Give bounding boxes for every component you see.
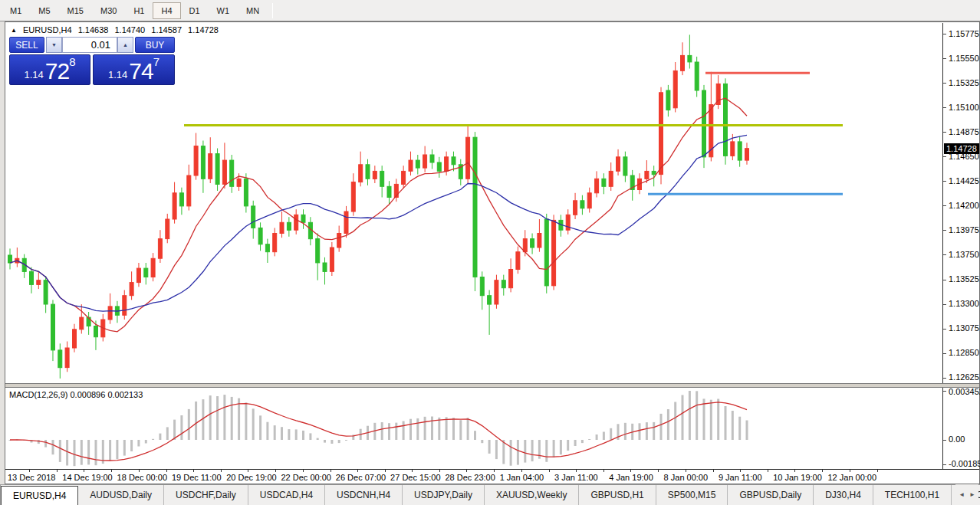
- timeframe-m15[interactable]: M15: [59, 2, 92, 19]
- buy-button[interactable]: BUY: [135, 37, 175, 53]
- time-tick: [221, 470, 222, 472]
- volume-decrease-button[interactable]: ▼: [46, 37, 62, 53]
- time-tick: [822, 470, 823, 472]
- tab-xauusd-weekly[interactable]: XAUUSD,Weekly: [485, 485, 579, 505]
- time-tick-label: 26 Dec 07:00: [336, 473, 386, 482]
- tab-audusd-daily[interactable]: AUDUSD,Daily: [78, 485, 164, 505]
- timeframe-h4[interactable]: H4: [153, 2, 180, 19]
- time-tick-label: 13 Dec 2018: [8, 473, 55, 482]
- timeframe-d1[interactable]: D1: [181, 2, 209, 19]
- price-tick: [943, 304, 946, 305]
- time-tick-label: 8 Jan 00:00: [664, 473, 709, 482]
- panel-divider[interactable]: [5, 383, 979, 388]
- time-tick: [877, 470, 878, 472]
- sell-price-main: 1.14: [24, 67, 43, 82]
- tab-usdjpy-daily[interactable]: USDJPY,Daily: [403, 485, 485, 505]
- ohlc-close: 1.14728: [188, 25, 219, 34]
- tab-tech100-h1[interactable]: TECH100,H1: [873, 485, 952, 505]
- sell-button[interactable]: SELL: [9, 37, 44, 53]
- price-tick-label: 1.13300: [949, 299, 979, 308]
- timeframe-toolbar: M1M5M15M30H1H4D1W1MN: [0, 0, 980, 21]
- one-click-trading-panel: SELL ▼ ▲ BUY 1.14 72 8 1.14 74 7: [9, 37, 176, 85]
- time-tick: [794, 470, 795, 472]
- current-price-badge: 1.14728: [944, 143, 979, 154]
- time-tick-label: 28 Dec 23:00: [445, 473, 495, 482]
- volume-input[interactable]: [62, 37, 117, 53]
- tab-sp500-m15[interactable]: SP500,M15: [656, 485, 728, 505]
- tab-usdchf-daily[interactable]: USDCHF,Daily: [164, 485, 248, 505]
- timeframe-w1[interactable]: W1: [209, 2, 238, 19]
- time-tick: [439, 470, 440, 472]
- buy-price-main: 1.14: [108, 67, 127, 82]
- price-tick-label: 1.15775: [949, 29, 979, 38]
- price-tick: [943, 205, 946, 206]
- timeframe-m30[interactable]: M30: [92, 2, 125, 19]
- volume-increase-button[interactable]: ▲: [117, 37, 133, 53]
- price-tick: [943, 378, 946, 379]
- time-tick: [357, 470, 358, 472]
- tabbar-scroll-controls: ◄ ►: [955, 484, 978, 505]
- timeframe-h1[interactable]: H1: [125, 2, 153, 19]
- price-tick: [943, 34, 946, 34]
- time-tick: [603, 470, 604, 472]
- timeframe-m1[interactable]: M1: [2, 2, 30, 19]
- tab-gbpusd-h1[interactable]: GBPUSD,H1: [579, 485, 656, 505]
- tabs-scroll-left-icon[interactable]: ◄: [959, 491, 965, 498]
- macd-axis-min: -0.001851: [949, 459, 980, 468]
- time-axis[interactable]: 13 Dec 201814 Dec 19:0018 Dec 00:0019 De…: [5, 469, 979, 484]
- price-tick-label: 1.12850: [949, 348, 979, 357]
- macd-axis-zero: 0.00: [949, 434, 965, 444]
- ohlc-high: 1.14740: [114, 25, 145, 34]
- time-tick: [248, 470, 248, 472]
- tab-dj30-h4[interactable]: DJ30,H4: [814, 485, 873, 505]
- tab-eurusd-h4[interactable]: EURUSD,H4: [1, 486, 78, 505]
- tab-gbpusd-daily[interactable]: GBPUSD,Daily: [728, 485, 814, 505]
- time-tick: [166, 470, 167, 472]
- timeframe-mn[interactable]: MN: [238, 2, 268, 19]
- collapse-panel-icon[interactable]: ▲: [11, 27, 17, 34]
- time-tick-label: 10 Jan 19:00: [773, 473, 822, 482]
- price-tick: [943, 254, 946, 255]
- sell-price-display[interactable]: 1.14 72 8: [9, 54, 90, 85]
- sell-price-point: 8: [69, 57, 75, 67]
- time-tick-label: 14 Dec 19:00: [62, 473, 112, 482]
- time-tick: [84, 470, 84, 472]
- time-tick: [139, 470, 140, 472]
- price-tick-label: 1.13750: [949, 250, 979, 259]
- price-tick-label: 1.14875: [949, 127, 979, 136]
- time-tick-label: 18 Dec 00:00: [117, 473, 167, 482]
- price-tick: [943, 132, 946, 133]
- timeframe-m5[interactable]: M5: [30, 2, 58, 19]
- macd-canvas[interactable]: [6, 388, 942, 469]
- time-tick: [630, 470, 631, 472]
- price-tick: [943, 58, 946, 59]
- time-tick: [686, 470, 686, 472]
- ohlc-open: 1.14638: [78, 25, 109, 34]
- buy-price-display[interactable]: 1.14 74 7: [93, 54, 175, 85]
- tab-usdcad-h4[interactable]: USDCAD,H4: [248, 485, 325, 505]
- macd-indicator-label: MACD(12,26,9) 0.000896 0.002133: [9, 390, 143, 399]
- time-tick: [466, 470, 467, 472]
- time-tick: [521, 470, 522, 472]
- time-tick-label: 3 Jan 11:00: [554, 473, 598, 482]
- time-tick: [193, 470, 194, 472]
- time-tick: [275, 470, 276, 472]
- time-tick: [658, 470, 659, 472]
- price-tick-label: 1.12625: [949, 372, 979, 382]
- time-tick: [850, 470, 850, 472]
- chart-symbol-label: EURUSD,H4: [23, 25, 72, 34]
- price-tick: [943, 329, 946, 330]
- tab-usdcnh-h4[interactable]: USDCNH,H4: [325, 485, 403, 505]
- time-tick: [385, 470, 386, 472]
- tabs-scroll-right-icon[interactable]: ►: [969, 491, 975, 498]
- time-tick: [331, 470, 331, 472]
- price-tick-label: 1.14200: [949, 201, 979, 210]
- time-tick: [29, 470, 30, 472]
- price-tick-label: 1.13075: [949, 323, 979, 333]
- time-tick: [768, 470, 768, 472]
- time-tick-label: 4 Jan 19:00: [609, 473, 653, 482]
- toolbar-separator: [272, 3, 273, 18]
- price-tick: [943, 230, 946, 231]
- price-axis[interactable]: 1.14728 1.157751.155501.153251.151001.14…: [942, 23, 979, 383]
- price-tick-label: 1.14425: [949, 176, 979, 185]
